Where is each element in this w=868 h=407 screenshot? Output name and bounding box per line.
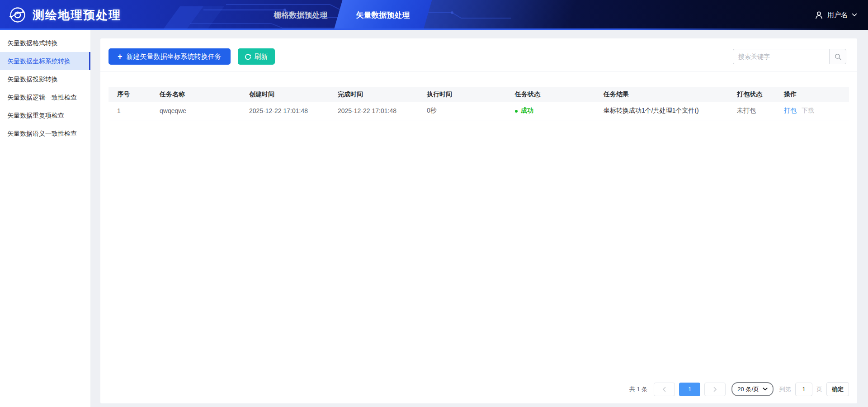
select-chevron-icon: [763, 388, 768, 391]
table-row: 1 qwqeqwe 2025-12-22 17:01:48 2025-12-22…: [108, 102, 849, 120]
page-number-1[interactable]: 1: [679, 383, 700, 396]
plus-icon: +: [118, 52, 123, 61]
header-light-band: [419, 0, 577, 30]
user-icon: [815, 11, 823, 19]
total-count: 共 1 条: [629, 385, 647, 393]
sidebar-item-format-conversion[interactable]: 矢量数据格式转换: [0, 34, 90, 52]
col-status: 任务状态: [506, 87, 595, 102]
col-result: 任务结果: [595, 87, 728, 102]
col-finished: 完成时间: [329, 87, 418, 102]
cell-actions: 打包下载: [775, 102, 849, 120]
task-table: 序号 任务名称 创建时间 完成时间 执行时间 任务状态 任务结果 打包状态 操作: [108, 87, 849, 120]
sidebar-nav: 矢量数据格式转换 矢量数据坐标系统转换 矢量数据投影转换 矢量数据逻辑一致性检查…: [0, 30, 90, 407]
chevron-down-icon: [852, 13, 857, 17]
sidebar-item-coordinate-system-conversion[interactable]: 矢量数据坐标系统转换: [0, 52, 90, 70]
cell-result: 坐标转换成功1个/共处理1个文件(): [595, 102, 728, 120]
status-text: 成功: [521, 107, 533, 114]
search-button[interactable]: [829, 49, 846, 64]
goto-suffix-label: 页: [816, 385, 822, 393]
sidebar-item-projection-conversion[interactable]: 矢量数据投影转换: [0, 70, 90, 88]
toolbar: + 新建矢量数据坐标系统转换任务 刷新: [100, 38, 857, 71]
content-card: + 新建矢量数据坐标系统转换任务 刷新: [100, 38, 857, 403]
refresh-button[interactable]: 刷新: [238, 48, 275, 65]
search-box: [733, 49, 846, 64]
col-duration: 执行时间: [418, 87, 506, 102]
app-title: 测绘地理预处理: [33, 7, 121, 23]
next-page-button[interactable]: [704, 383, 726, 396]
brand: 测绘地理预处理: [8, 0, 121, 30]
prev-page-button[interactable]: [654, 383, 675, 396]
task-table-wrap: 序号 任务名称 创建时间 完成时间 执行时间 任务状态 任务结果 打包状态 操作: [100, 71, 857, 120]
search-input[interactable]: [733, 49, 829, 64]
cell-duration: 0秒: [418, 102, 506, 120]
goto-confirm-button[interactable]: 确定: [826, 382, 849, 396]
app-header: 测绘地理预处理 栅格数据预处理 矢量数据预处理 用户名: [0, 0, 868, 30]
status-dot-icon: [515, 110, 518, 113]
user-name: 用户名: [827, 11, 848, 19]
sidebar-item-duplicate-check[interactable]: 矢量数据重复项检查: [0, 106, 90, 124]
search-icon: [834, 53, 842, 61]
download-link: 下载: [802, 107, 814, 114]
refresh-icon: [245, 53, 251, 60]
package-link[interactable]: 打包: [784, 107, 797, 114]
col-created: 创建时间: [241, 87, 329, 102]
page-size-select[interactable]: 20 条/页: [731, 382, 774, 396]
chevron-right-icon: [713, 387, 717, 392]
col-seq: 序号: [108, 87, 151, 102]
tab-vector-preprocessing[interactable]: 矢量数据预处理: [338, 0, 428, 30]
sidebar-item-logic-consistency-check[interactable]: 矢量数据逻辑一致性检查: [0, 88, 90, 106]
cell-seq: 1: [108, 102, 151, 120]
sidebar-item-semantic-consistency-check[interactable]: 矢量数据语义一致性检查: [0, 124, 90, 142]
cell-finished: 2025-12-22 17:01:48: [329, 102, 418, 120]
goto-page-input[interactable]: [795, 383, 812, 396]
tab-raster-preprocessing[interactable]: 栅格数据预处理: [267, 0, 335, 30]
col-actions: 操作: [775, 87, 849, 102]
pagination: 共 1 条 1 20 条/页: [629, 382, 849, 396]
chevron-left-icon: [662, 387, 666, 392]
cell-created: 2025-12-22 17:01:48: [241, 102, 329, 120]
cell-task-name: qwqeqwe: [151, 102, 241, 120]
user-menu[interactable]: 用户名: [815, 0, 857, 30]
goto-prefix-label: 到第: [779, 385, 791, 393]
table-header-row: 序号 任务名称 创建时间 完成时间 执行时间 任务状态 任务结果 打包状态 操作: [108, 87, 849, 102]
col-task-name: 任务名称: [151, 87, 241, 102]
app-logo-icon: [8, 5, 27, 24]
new-task-button[interactable]: + 新建矢量数据坐标系统转换任务: [108, 48, 231, 65]
cell-status: 成功: [506, 102, 595, 120]
col-package-state: 打包状态: [728, 87, 775, 102]
cell-package-state: 未打包: [728, 102, 775, 120]
